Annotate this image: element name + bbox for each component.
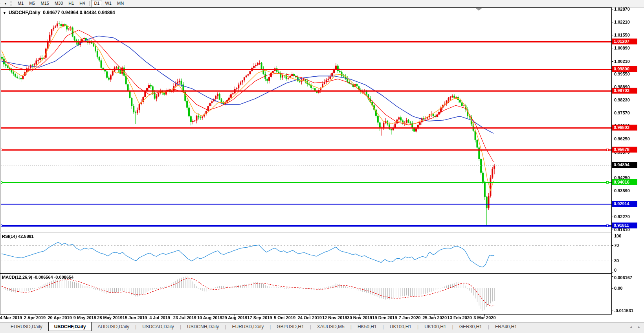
tab-scroll-right-icon[interactable]: ▸ [638,325,640,329]
chart-symbol: USDCHF,Daily [9,10,40,15]
price-axis-label: 0.96250 [614,136,630,142]
macd-indicator-label: MACD(12,26,9) -0.006564 -0.008654 [2,275,73,280]
macd-name: MACD(12,26,9) [2,275,32,280]
price-axis-label: 0.98230 [614,97,630,103]
price-axis-label: 1.02210 [614,19,630,25]
price-axis-label: 1.02870 [614,6,630,12]
tab-ger30-h1[interactable]: GER30,H1 [453,322,488,331]
price-axis-label: 0.97570 [614,110,630,116]
tab-uk100-h1[interactable]: UK100,H1 [418,322,452,331]
macd-axis-label: 0.006167 [614,275,632,280]
price-axis-label: 0.92270 [614,214,630,219]
price-axis-label: 1.01550 [614,32,630,38]
price-level-badge: 1.01207 [612,39,637,44]
mt4-application: ▼ M1M5M15M30H1H4D1W1MN ▼USDCHF,Daily 0.9… [0,0,644,333]
price-level-badge: 0.96803 [612,125,637,131]
rsi-indicator-label: RSI(14) 42.5881 [2,234,34,239]
tab-eurusd-daily[interactable]: EURUSD,Daily [5,322,48,331]
rsi-axis-label: 30 [614,258,619,263]
price-level-badge: 0.98703 [612,88,637,94]
price-level-badge: 0.99800 [612,66,637,72]
chart-canvas[interactable] [0,0,644,333]
tab-usdcnh-daily[interactable]: USDCNH,Daily [181,322,225,331]
price-level-badge: 0.92914 [612,201,637,207]
price-axis-label: 0.93590 [614,188,630,193]
macd-axis-label: 0.00 [614,285,622,291]
price-level-badge: 0.94016 [612,179,637,185]
tab-audusd-daily[interactable]: AUDUSD,Daily [92,322,135,331]
price-level-badge: 0.95678 [612,147,637,153]
price-axis-label: 1.00210 [614,59,630,64]
current-price-badge: 0.94894 [612,162,637,168]
tab-xauusd-m5[interactable]: XAUUSD,M5 [311,322,350,331]
rsi-axis-label: 70 [614,243,619,248]
tab-usdchf-daily[interactable]: USDCHF,Daily [48,322,92,331]
tab-fra40-h1[interactable]: FRA40,H1 [489,322,523,331]
chart-ohlc-values: 0.94677 0.94964 0.94434 0.94894 [43,10,115,15]
rsi-value: 42.5881 [18,234,34,239]
rsi-name: RSI(14) [2,234,17,239]
tab-usdcad-daily[interactable]: USDCAD,Daily [136,322,180,331]
date-axis-label: 3 Mar 2020 [466,315,503,320]
tab-gbpusd-h1[interactable]: GBPUSD,H1 [271,322,310,331]
price-level-badge: 0.91811 [612,223,637,228]
tab-scroll-left-icon[interactable]: ◂ [630,325,632,329]
tab-hk50-h1[interactable]: HK50,H1 [352,322,383,331]
price-axis-label: 1.00890 [614,45,630,51]
tab-scroll-arrows: ◂ ▸ [630,325,640,329]
tab-eurusd-daily[interactable]: EURUSD,Daily [226,322,270,331]
macd-axis-label: -0.011531 [614,308,633,313]
rsi-axis-label: 0 [614,267,616,273]
chart-tab-bar: EURUSD,DailyUSDCHF,DailyAUDUSD,Daily|USD… [0,322,644,333]
chart-title: ▼USDCHF,Daily 0.94677 0.94964 0.94434 0.… [3,10,115,15]
price-axis-label: 0.99550 [614,71,630,77]
macd-values: -0.006564 -0.008654 [33,275,73,280]
tab-uk100-h1[interactable]: UK100,H1 [384,322,417,331]
chart-dropdown-icon[interactable]: ▼ [3,11,6,15]
rsi-axis-label: 100 [614,233,621,239]
